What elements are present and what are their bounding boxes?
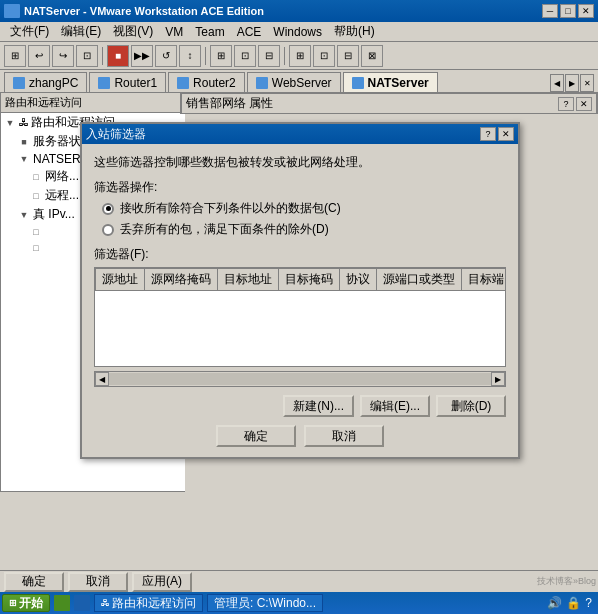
col-src-addr: 源地址 [96,269,145,291]
taskbar-routing-item[interactable]: 🖧 路由和远程访问 [94,594,203,612]
toolbar-btn-6[interactable]: ↕ [179,45,201,67]
start-label: 开始 [19,595,43,612]
menu-windows[interactable]: Windows [267,23,328,41]
cancel-button[interactable]: 取消 [304,425,384,447]
watermark: 技术博客»Blog [537,575,596,588]
toolbar-btn-5[interactable]: ↺ [155,45,177,67]
radio-label-1: 接收所有除符合下列条件以外的数据包(C) [120,200,341,217]
scroll-track[interactable] [109,373,491,385]
toolbar: ⊞ ↩ ↪ ⊡ ■ ▶▶ ↺ ↕ ⊞ ⊡ ⊟ ⊞ ⊡ ⊟ ⊠ [0,42,598,70]
toolbar-sep-2 [205,47,206,65]
menu-edit[interactable]: 编辑(E) [55,21,107,42]
radio-circle-2[interactable] [102,224,114,236]
col-protocol: 协议 [340,269,377,291]
main-area: 路由和远程访问 ▼ 🖧 路由和远程访问 ■ 服务器状态 ▼ NATSER... … [0,92,598,492]
window-controls: ─ □ ✕ [542,4,594,18]
minimize-button[interactable]: ─ [542,4,558,18]
toolbar-btn-play[interactable]: ▶▶ [131,45,153,67]
dialog-close-btn[interactable]: ✕ [498,127,514,141]
scroll-left-btn[interactable]: ◀ [95,372,109,386]
col-src-mask: 源网络掩码 [145,269,218,291]
toolbar-btn-7[interactable]: ⊞ [210,45,232,67]
new-filter-button[interactable]: 新建(N)... [283,395,354,417]
tray-icon-2: 🔒 [566,596,581,610]
radio-option-1[interactable]: 接收所有除符合下列条件以外的数据包(C) [102,200,506,217]
start-button[interactable]: ⊞ 开始 [2,594,50,612]
tree-icon-routes: 🖧 [19,117,29,128]
col-dst-mask: 目标掩码 [279,269,340,291]
tree-icon-status: ■ [17,135,31,149]
tab-router1[interactable]: Router1 [89,72,166,92]
dialog-action-buttons: 新建(N)... 编辑(E)... 删除(D) [94,395,506,417]
dialog-help-btn[interactable]: ? [480,127,496,141]
status-cancel-btn[interactable]: 取消 [68,572,128,592]
dialog-body: 这些筛选器控制哪些数据包被转发或被此网络处理。 筛选器操作: 接收所有除符合下列… [82,144,518,457]
secondary-title-bar: 销售部网络 属性 ? ✕ [180,92,598,114]
status-apply-btn[interactable]: 应用(A) [132,572,192,592]
taskbar-admin-item[interactable]: 管理员: C:\Windo... [207,594,323,612]
delete-filter-button[interactable]: 删除(D) [436,395,506,417]
tab-label-router2: Router2 [193,76,236,90]
menu-help[interactable]: 帮助(H) [328,21,381,42]
scroll-right-btn[interactable]: ▶ [491,372,505,386]
toolbar-btn-3[interactable]: ↪ [52,45,74,67]
menu-file[interactable]: 文件(F) [4,21,55,42]
ok-button[interactable]: 确定 [216,425,296,447]
status-ok-btn[interactable]: 确定 [4,572,64,592]
tab-router2[interactable]: Router2 [168,72,245,92]
edit-filter-button[interactable]: 编辑(E)... [360,395,430,417]
radio-option-2[interactable]: 丢弃所有的包，满足下面条件的除外(D) [102,221,506,238]
tab-icon-webserver [256,77,268,89]
secondary-title-controls: ? ✕ [558,97,592,111]
close-button[interactable]: ✕ [578,4,594,18]
tray-icon-1: 🔊 [547,596,562,610]
tab-prev-btn[interactable]: ◀ [550,74,564,92]
tab-label-router1: Router1 [114,76,157,90]
toolbar-btn-2[interactable]: ↩ [28,45,50,67]
tab-label-webserver: WebServer [272,76,332,90]
tab-navigation: ◀ ▶ ✕ [550,74,594,92]
tree-icon-ipv-sub1: □ [29,225,43,239]
tab-webserver[interactable]: WebServer [247,72,341,92]
tree-icon-net: □ [29,170,43,184]
tree-icon-ipv-sub2: □ [29,241,43,255]
col-src-port: 源端口或类型 [377,269,462,291]
tree-expand-icon: ▼ [3,116,17,130]
toolbar-btn-10[interactable]: ⊞ [289,45,311,67]
radio-label-2: 丢弃所有的包，满足下面条件的除外(D) [120,221,329,238]
window-title: NATServer - VMware Workstation ACE Editi… [20,5,542,17]
tab-icon-router2 [177,77,189,89]
tab-zhangpc[interactable]: zhangPC [4,72,87,92]
windows-icon: ⊞ [9,598,17,608]
horizontal-scrollbar[interactable]: ◀ ▶ [94,371,506,387]
toolbar-btn-1[interactable]: ⊞ [4,45,26,67]
toolbar-btn-8[interactable]: ⊡ [234,45,256,67]
secondary-help-btn[interactable]: ? [558,97,574,111]
app-icon [4,4,20,18]
folder-icon [74,595,90,611]
toolbar-btn-13[interactable]: ⊠ [361,45,383,67]
menu-team[interactable]: Team [189,23,230,41]
radio-circle-1[interactable] [102,203,114,215]
secondary-close-btn[interactable]: ✕ [576,97,592,111]
tree-expand-icon-ipv: ▼ [17,208,31,222]
dialog-confirm-buttons: 确定 取消 [94,425,506,447]
taskbar-admin-label: 管理员: C:\Windo... [214,595,316,612]
toolbar-btn-9[interactable]: ⊟ [258,45,280,67]
menu-vm[interactable]: VM [159,23,189,41]
menu-view[interactable]: 视图(V) [107,21,159,42]
menu-ace[interactable]: ACE [231,23,268,41]
tab-close-btn[interactable]: ✕ [580,74,594,92]
toolbar-btn-4[interactable]: ⊡ [76,45,98,67]
tab-label-zhangpc: zhangPC [29,76,78,90]
tab-natserver[interactable]: NATServer [343,72,438,92]
tab-next-btn[interactable]: ▶ [565,74,579,92]
taskbar-routing-icon: 🖧 [101,598,110,608]
col-dst-addr: 目标地址 [218,269,279,291]
toolbar-btn-stop[interactable]: ■ [107,45,129,67]
inbound-filter-dialog: 入站筛选器 ? ✕ 这些筛选器控制哪些数据包被转发或被此网络处理。 筛选器操作:… [80,122,520,459]
toolbar-btn-12[interactable]: ⊟ [337,45,359,67]
maximize-button[interactable]: □ [560,4,576,18]
tab-bar: zhangPC Router1 Router2 WebServer NATSer… [0,70,598,92]
toolbar-btn-11[interactable]: ⊡ [313,45,335,67]
